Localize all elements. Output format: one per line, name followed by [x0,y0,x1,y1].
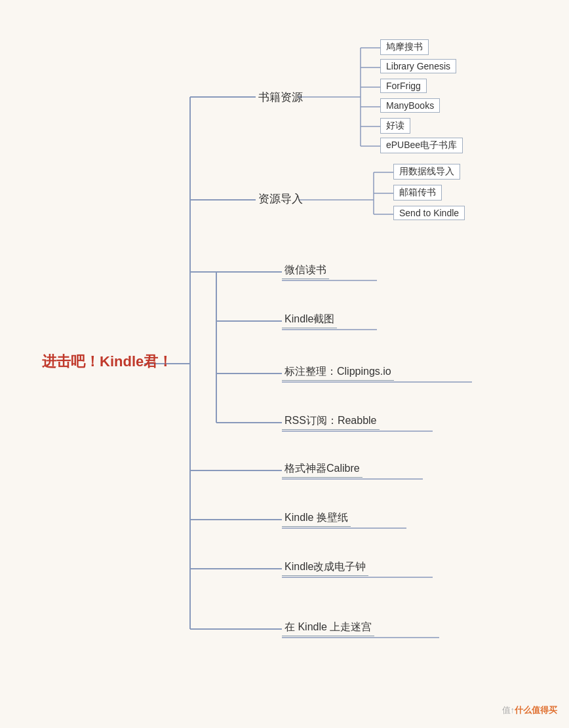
l2-jiumosoushu: 鸠摩搜书 [380,39,429,55]
watermark-brand: 什么值得买 [515,705,557,715]
l2-epubee-label: ePUBee电子书库 [380,138,463,153]
l1-zoumigong-label: 在 Kindle 上走迷宫 [282,619,374,636]
l2-libgen: Library Genesis [380,59,456,73]
l1-biaozhuzhengli-label: 标注整理：Clippings.io [282,364,394,381]
l1-kindlejt-label: Kindle截图 [282,311,337,328]
l2-shujuxian-label: 用数据线导入 [393,164,460,180]
l2-sendtokindle: Send to Kindle [393,206,465,220]
l1-huanbizhi-label: Kindle 换壁纸 [282,510,351,527]
l2-youxiangshu: 邮箱传书 [393,185,442,201]
l2-manybooks: ManyBooks [380,98,440,113]
l1-shujiyuanyuan-label: 书籍资源 [256,88,305,106]
l1-ziyuandaoru: 资源导入 [256,190,305,208]
l2-haodu: 好读 [380,118,410,134]
l1-biaozhuzhengli: 标注整理：Clippings.io [282,364,394,381]
l2-haodu-label: 好读 [380,118,410,134]
l2-jiumosoushu-label: 鸠摩搜书 [380,39,429,55]
l2-epubee: ePUBee电子书库 [380,138,463,153]
l1-geshishenqi: 格式神器Calibre [282,461,363,478]
l1-geshishenqi-label: 格式神器Calibre [282,461,363,478]
l1-rssdingyue-label: RSS订阅：Reabble [282,413,380,430]
l2-shujuxian: 用数据线导入 [393,164,460,180]
l1-shujiyuanyuan: 书籍资源 [256,88,305,106]
l1-weixindushu: 微信读书 [282,262,329,279]
l2-libgen-label: Library Genesis [380,59,456,73]
root-node: 进击吧！Kindle君！ [39,351,175,373]
l1-rssdingyue: RSS订阅：Reabble [282,413,380,430]
l2-forfrigg-label: ForFrigg [380,79,427,93]
l1-dianzizhong: Kindle改成电子钟 [282,559,368,576]
watermark: 值↑什么值得买 [502,704,558,716]
l1-zoumigong: 在 Kindle 上走迷宫 [282,619,374,636]
l2-forfrigg: ForFrigg [380,79,427,93]
l2-sendtokindle-label: Send to Kindle [393,206,465,220]
l1-dianzizhong-label: Kindle改成电子钟 [282,559,368,576]
l2-youxiangshu-label: 邮箱传书 [393,185,442,201]
mindmap: 进击吧！Kindle君！ 书籍资源 资源导入 微信读书 Kindle截图 标注整… [0,0,569,728]
l1-kindlejt: Kindle截图 [282,311,337,328]
l2-manybooks-label: ManyBooks [380,98,440,113]
root-label: 进击吧！Kindle君！ [39,351,175,373]
watermark-icon: 值↑ [502,705,515,715]
l1-weixindushu-label: 微信读书 [282,262,329,279]
l1-ziyuandaoru-label: 资源导入 [256,190,305,208]
l1-huanbizhi: Kindle 换壁纸 [282,510,351,527]
